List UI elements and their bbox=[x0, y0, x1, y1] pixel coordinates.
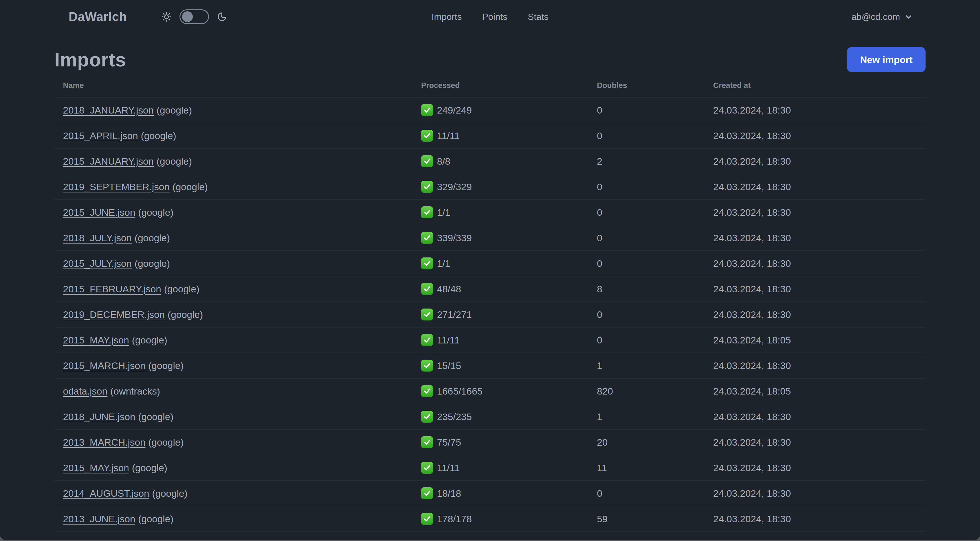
check-icon bbox=[421, 232, 433, 244]
import-file-link[interactable]: 2019_DECEMBER.json bbox=[63, 309, 165, 320]
table-row: 2014_AUGUST.json (google) 18/18 0 24.03.… bbox=[54, 481, 926, 506]
processed-cell: 11/11 bbox=[421, 334, 597, 346]
processed-count: 329/329 bbox=[437, 181, 472, 192]
page-head: Imports New import bbox=[54, 45, 926, 74]
doubles-count: 20 bbox=[597, 437, 713, 448]
import-file-link[interactable]: 2015_FEBRUARY.json bbox=[63, 284, 161, 295]
imports-table: Name Processed Doubles Created at 2018_J… bbox=[54, 74, 926, 540]
name-cell: 2015_FEBRUARY.json (google) bbox=[63, 284, 421, 295]
account-menu[interactable]: ab@cd.com bbox=[851, 12, 913, 22]
import-source-label: (google) bbox=[132, 462, 167, 474]
import-file-link[interactable]: 2013_MARCH.json bbox=[63, 437, 145, 448]
check-icon bbox=[421, 130, 433, 142]
import-source-label: (google) bbox=[135, 233, 170, 244]
moon-icon bbox=[217, 12, 227, 22]
processed-cell: 75/75 bbox=[421, 436, 597, 448]
app-logo[interactable]: DaWarIch bbox=[68, 10, 127, 24]
check-icon bbox=[421, 104, 433, 116]
account-email: ab@cd.com bbox=[851, 12, 900, 22]
processed-count: 11/11 bbox=[437, 130, 460, 141]
name-cell: 2015_MARCH.json (google) bbox=[63, 360, 421, 371]
doubles-count: 1 bbox=[597, 411, 713, 422]
import-source-label: (google) bbox=[138, 514, 173, 525]
table-row: 2019_DECEMBER.json (google) 271/271 0 24… bbox=[54, 302, 926, 327]
doubles-count: 0 bbox=[597, 309, 713, 320]
processed-count: 235/235 bbox=[437, 411, 472, 422]
processed-cell: 15/15 bbox=[421, 360, 597, 372]
check-icon bbox=[421, 436, 433, 448]
import-source-label: (google) bbox=[168, 309, 203, 320]
import-file-link[interactable]: 2015_MARCH.json bbox=[63, 360, 145, 371]
created-at: 24.03.2024, 18:30 bbox=[713, 309, 917, 320]
nav-link-imports[interactable]: Imports bbox=[431, 12, 462, 22]
name-cell: 2018_JULY.json (google) bbox=[63, 233, 421, 244]
table-row: 2013_JUNE.json (google) 178/178 59 24.03… bbox=[54, 506, 926, 532]
name-cell: 2015_MAY.json (google) bbox=[63, 462, 421, 474]
processed-cell: 1665/1665 bbox=[421, 385, 597, 397]
import-source-label: (google) bbox=[156, 105, 192, 116]
table-row: 2015_APRIL.json (google) 11/11 0 24.03.2… bbox=[54, 123, 926, 149]
imports-page: Imports New import Name Processed Double… bbox=[0, 45, 980, 540]
processed-cell: 1/1 bbox=[421, 206, 597, 218]
processed-cell: 235/235 bbox=[421, 411, 597, 423]
doubles-count: 0 bbox=[597, 488, 713, 499]
check-icon bbox=[421, 411, 433, 423]
import-file-link[interactable]: 2018_JULY.json bbox=[63, 233, 132, 244]
check-icon bbox=[421, 513, 433, 525]
check-icon bbox=[421, 487, 433, 499]
processed-cell: 178/178 bbox=[421, 513, 597, 525]
processed-count: 75/75 bbox=[437, 437, 461, 448]
import-source-label: (google) bbox=[148, 437, 184, 448]
import-file-link[interactable]: 2019_SEPTEMBER.json bbox=[63, 181, 170, 192]
import-file-link[interactable]: 2014_AUGUST.json bbox=[63, 488, 149, 499]
processed-count: 48/48 bbox=[437, 284, 461, 295]
created-at: 24.03.2024, 18:05 bbox=[713, 335, 917, 346]
theme-toggle[interactable] bbox=[161, 10, 227, 24]
processed-count: 11/11 bbox=[437, 462, 460, 474]
processed-count: 271/271 bbox=[437, 309, 472, 320]
import-file-link[interactable]: 2015_MAY.json bbox=[63, 335, 129, 346]
import-file-link[interactable]: 2015_JULY.json bbox=[63, 258, 132, 269]
table-row-partial bbox=[54, 532, 926, 540]
created-at: 24.03.2024, 18:30 bbox=[713, 514, 917, 525]
import-source-label: (google) bbox=[132, 335, 167, 346]
processed-count: 15/15 bbox=[437, 360, 461, 371]
processed-count: 1/1 bbox=[437, 258, 450, 269]
main-nav: Imports Points Stats bbox=[431, 12, 549, 22]
table-row: 2015_FEBRUARY.json (google) 48/48 8 24.0… bbox=[54, 276, 926, 302]
import-source-label: (google) bbox=[135, 258, 170, 269]
import-source-label: (google) bbox=[141, 130, 177, 141]
name-cell: 2015_APRIL.json (google) bbox=[63, 130, 421, 141]
nav-link-stats[interactable]: Stats bbox=[528, 12, 549, 22]
table-row: 2019_SEPTEMBER.json (google) 329/329 0 2… bbox=[54, 174, 926, 200]
import-file-link[interactable]: 2015_APRIL.json bbox=[63, 130, 138, 141]
import-source-label: (owntracks) bbox=[110, 386, 160, 397]
import-file-link[interactable]: 2018_JUNE.json bbox=[63, 411, 135, 422]
processed-count: 1665/1665 bbox=[437, 386, 483, 397]
import-file-link[interactable]: 2013_JUNE.json bbox=[63, 514, 135, 525]
name-cell: 2018_JANUARY.json (google) bbox=[63, 105, 421, 116]
processed-cell: 271/271 bbox=[421, 308, 597, 321]
check-icon bbox=[421, 360, 433, 372]
nav-link-points[interactable]: Points bbox=[482, 12, 507, 22]
new-import-button[interactable]: New import bbox=[847, 47, 926, 72]
import-source-label: (google) bbox=[152, 488, 188, 499]
theme-switch[interactable] bbox=[180, 10, 209, 24]
import-file-link[interactable]: 2015_MAY.json bbox=[63, 462, 129, 474]
table-row: 2015_JUNE.json (google) 1/1 0 24.03.2024… bbox=[54, 200, 926, 225]
name-cell: 2013_MARCH.json (google) bbox=[63, 437, 421, 448]
import-file-link[interactable]: 2015_JANUARY.json bbox=[63, 156, 154, 167]
created-at: 24.03.2024, 18:30 bbox=[713, 130, 917, 141]
column-header-doubles: Doubles bbox=[597, 81, 713, 90]
import-file-link[interactable]: 2018_JANUARY.json bbox=[63, 105, 154, 116]
import-file-link[interactable]: 2015_JUNE.json bbox=[63, 207, 135, 218]
processed-count: 8/8 bbox=[437, 156, 450, 167]
theme-switch-knob bbox=[182, 11, 193, 22]
name-cell: 2018_JUNE.json (google) bbox=[63, 411, 421, 422]
import-source-label: (google) bbox=[164, 284, 200, 295]
app-window: DaWarIch Imports Points Stat bbox=[0, 0, 980, 540]
import-file-link[interactable]: odata.json bbox=[63, 386, 107, 397]
created-at: 24.03.2024, 18:30 bbox=[713, 233, 917, 244]
doubles-count: 0 bbox=[597, 258, 713, 269]
name-cell: 2019_SEPTEMBER.json (google) bbox=[63, 181, 421, 192]
